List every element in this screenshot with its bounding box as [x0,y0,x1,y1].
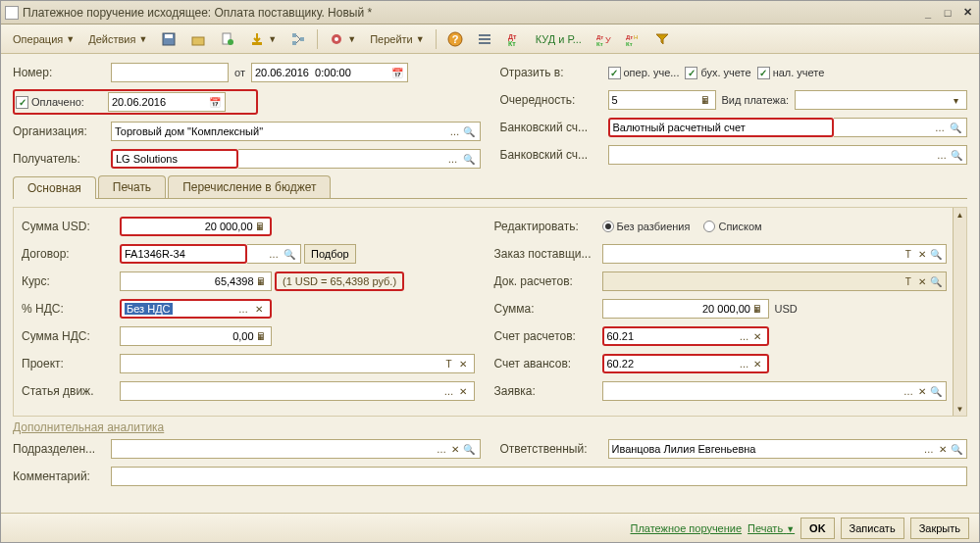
request-input[interactable]: …✕🔍 [602,381,948,401]
edit-nosplit-radio[interactable] [602,221,614,232]
vat-pct-input[interactable]: Без НДС…✕ [120,299,272,319]
search-icon[interactable]: 🔍 [929,272,943,290]
clear-icon[interactable]: ✕ [936,440,950,458]
calendar-icon[interactable]: 📅 [208,93,222,111]
responsible-input[interactable]: …✕🔍 [608,439,968,459]
contract-ext[interactable]: …🔍 [247,244,301,264]
clear-icon[interactable]: ✕ [456,382,471,400]
number-input[interactable] [111,63,229,82]
nal-checkbox[interactable] [757,67,770,79]
new-doc-icon[interactable] [214,28,241,50]
posting-icon[interactable]: ДтКт [500,28,528,50]
ellipsis-icon[interactable]: … [738,355,750,372]
based-on-icon[interactable]: ▼ [243,28,283,50]
filter-icon[interactable] [648,28,676,50]
help-icon[interactable]: ? [441,28,469,50]
payment-type-input[interactable]: ▾ [795,90,967,110]
ellipsis-icon[interactable]: … [235,300,251,318]
priority-input[interactable]: 🖩 [608,90,716,110]
date-input[interactable]: 📅 [251,63,408,82]
calc-icon[interactable]: 🖩 [254,272,268,290]
tab-print[interactable]: Печать [98,175,166,198]
ellipsis-icon[interactable]: … [902,382,915,400]
maximize-button[interactable]: □ [940,5,955,21]
vat-sum-input[interactable]: 🖩 [120,326,272,346]
additional-analytics-link[interactable]: Дополнительная аналитика [13,420,967,434]
calendar-icon[interactable]: 📅 [389,64,403,81]
recipient-input[interactable] [111,149,238,169]
oper-checkbox[interactable] [608,67,621,79]
list-icon[interactable] [471,28,498,50]
search-icon[interactable]: 🔍 [949,146,963,164]
edit-list-radio[interactable] [703,221,715,232]
clear-icon[interactable]: ✕ [750,355,763,372]
save-button[interactable]: Записать [841,518,904,539]
close-button[interactable]: ✕ [959,5,975,21]
bank-acc1-ext[interactable]: …🔍 [834,118,968,137]
ellipsis-icon[interactable]: … [266,245,282,263]
clear-icon[interactable]: ✕ [251,300,267,318]
settings-icon[interactable]: ▼ [323,28,362,50]
sum-input[interactable]: 🖩 [602,299,769,319]
org-input[interactable]: …🔍 [111,122,481,141]
scroll-up-icon[interactable]: ▲ [954,208,966,222]
kudr-link[interactable]: КУД и Р... [530,28,588,50]
clear-icon[interactable]: ✕ [750,327,763,345]
ellipsis-icon[interactable]: … [445,150,461,168]
ok-button[interactable]: OK [800,518,835,539]
recipient-ext[interactable]: …🔍 [238,149,481,169]
division-input[interactable]: …✕🔍 [111,439,481,459]
search-icon[interactable]: 🔍 [462,440,476,458]
buh-checkbox[interactable] [685,67,697,79]
ellipsis-icon[interactable]: … [441,382,456,400]
tab-main[interactable]: Основная [13,176,96,199]
tab-budget[interactable]: Перечисление в бюджет [168,175,331,198]
ellipsis-icon[interactable]: … [932,119,948,136]
operation-menu[interactable]: Операция ▼ [7,28,80,50]
comment-input[interactable] [111,467,967,486]
sum-usd-input[interactable]: 🖩 [120,217,272,236]
search-icon[interactable]: 🔍 [929,245,943,263]
bank-acc2-input[interactable]: …🔍 [608,145,968,165]
calc-icon[interactable]: 🖩 [750,300,765,318]
paid-checkbox[interactable] [16,96,28,109]
payment-order-link[interactable]: Платежное поручение [630,522,742,534]
vertical-scrollbar[interactable]: ▲ ▼ [953,208,966,416]
search-icon[interactable]: 🔍 [282,245,297,263]
structure-icon[interactable] [284,28,312,50]
rate-input[interactable]: 🖩 [120,272,272,291]
settle-acc-input[interactable]: …✕ [602,326,769,346]
paid-date-input[interactable]: 📅 [108,92,226,112]
print-link[interactable]: Печать ▼ [748,522,795,534]
ellipsis-icon[interactable]: … [435,440,448,458]
search-icon[interactable]: 🔍 [462,123,477,140]
goto-menu[interactable]: Перейти ▼ [364,28,431,50]
minimize-button[interactable]: _ [920,5,936,21]
cashflow-input[interactable]: …✕ [120,381,475,401]
ellipsis-icon[interactable]: … [922,440,936,458]
ellipsis-icon[interactable]: … [447,123,462,140]
search-icon[interactable]: 🔍 [929,382,943,400]
search-icon[interactable]: 🔍 [950,440,963,458]
calc-icon[interactable]: 🖩 [253,218,267,235]
calc-icon[interactable]: 🖩 [254,327,268,345]
order-input[interactable]: T✕🔍 [602,244,948,264]
clear-icon[interactable]: ✕ [915,272,929,290]
post-icon[interactable] [184,28,212,50]
dtkt-mgmt-icon[interactable]: ДтКтУ [590,28,617,50]
save-icon[interactable] [155,28,182,50]
ellipsis-icon[interactable]: … [738,327,750,345]
t-icon[interactable]: T [441,355,456,372]
bank-acc1-input[interactable] [608,118,834,137]
podbor-button[interactable]: Подбор [304,244,356,264]
clear-icon[interactable]: ✕ [448,440,462,458]
advance-acc-input[interactable]: …✕ [602,354,769,373]
calc-icon[interactable]: 🖩 [698,91,712,109]
t-icon[interactable]: T [902,272,915,290]
actions-menu[interactable]: Действия ▼ [82,28,153,50]
dropdown-icon[interactable]: ▾ [949,91,963,109]
search-icon[interactable]: 🔍 [948,119,963,136]
contract-input[interactable] [120,244,247,264]
ellipsis-icon[interactable]: … [935,146,950,164]
clear-icon[interactable]: ✕ [915,382,929,400]
